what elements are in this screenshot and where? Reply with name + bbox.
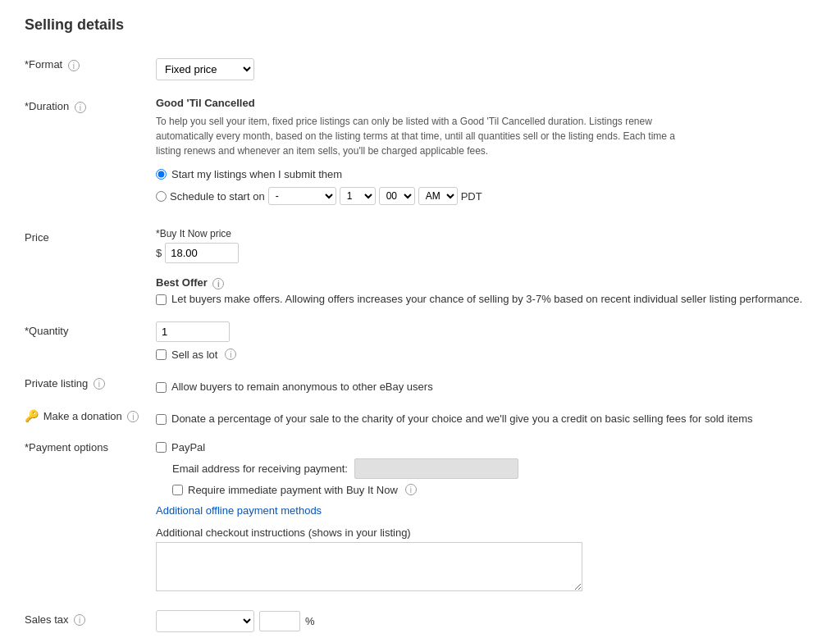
schedule-hour-select[interactable]: 123 456 789 101112 xyxy=(340,187,376,205)
page-title: Selling details xyxy=(25,16,815,34)
radio-schedule[interactable] xyxy=(156,191,167,202)
sales-tax-info-icon[interactable]: i xyxy=(74,614,85,626)
sales-tax-rate-input[interactable] xyxy=(259,611,300,631)
radio-schedule-label: Schedule to start on xyxy=(170,190,265,203)
format-info-icon[interactable]: i xyxy=(68,60,80,71)
checkout-instructions-textarea[interactable] xyxy=(156,542,582,591)
private-listing-info-icon[interactable]: i xyxy=(94,378,105,390)
quantity-label: *Quantity xyxy=(25,325,68,337)
donation-checkbox-label: Donate a percentage of your sale to the … xyxy=(171,412,752,425)
sell-as-lot-checkbox[interactable] xyxy=(156,349,167,360)
sales-tax-state-select[interactable] xyxy=(156,610,254,632)
private-listing-checkbox[interactable] xyxy=(156,382,167,393)
require-payment-info-icon[interactable]: i xyxy=(405,484,417,495)
donation-icon: 🔑 xyxy=(25,409,39,422)
private-listing-label: Private listing xyxy=(25,377,88,390)
private-listing-checkbox-label: Allow buyers to remain anonymous to othe… xyxy=(171,381,433,393)
donation-info-icon[interactable]: i xyxy=(127,411,139,422)
schedule-date-select[interactable]: - Today Tomorrow xyxy=(268,187,336,205)
sell-as-lot-label: Sell as lot xyxy=(171,349,217,361)
duration-description: To help you sell your item, fixed price … xyxy=(156,114,681,158)
schedule-min-select[interactable]: 00153045 xyxy=(379,187,415,205)
checkout-instructions-label: Additional checkout instructions (shows … xyxy=(156,526,815,539)
best-offer-info-icon[interactable]: i xyxy=(212,278,224,289)
format-dropdown[interactable]: Fixed price Auction xyxy=(156,58,254,80)
sell-as-lot-info-icon[interactable]: i xyxy=(225,349,236,360)
duration-info-icon[interactable]: i xyxy=(75,102,86,113)
donation-checkbox[interactable] xyxy=(156,414,167,425)
radio-start-on-submit[interactable] xyxy=(156,169,167,180)
paypal-checkbox[interactable] xyxy=(156,442,167,453)
percent-symbol: % xyxy=(305,615,315,627)
best-offer-label: Let buyers make offers. Allowing offers … xyxy=(171,293,802,305)
best-offer-checkbox[interactable] xyxy=(156,294,167,305)
best-offer-title: Best Offer xyxy=(156,276,208,289)
require-payment-checkbox[interactable] xyxy=(172,485,183,495)
duration-title: Good 'Til Cancelled xyxy=(156,97,815,109)
donation-label: Make a donation xyxy=(43,410,122,422)
payment-label: *Payment options xyxy=(25,441,108,453)
currency-symbol: $ xyxy=(156,247,162,259)
buy-now-label: *Buy It Now price xyxy=(156,228,815,239)
email-input[interactable] xyxy=(354,458,518,479)
format-label: *Format xyxy=(25,58,62,71)
duration-label: *Duration xyxy=(25,100,69,112)
paypal-label: PayPal xyxy=(171,441,205,453)
radio-submit-label: Start my listings when I submit them xyxy=(171,168,342,180)
timezone-label: PDT xyxy=(461,190,482,203)
require-payment-label: Require immediate payment with Buy It No… xyxy=(188,484,398,496)
quantity-input[interactable] xyxy=(156,321,230,342)
price-label: Price xyxy=(25,231,49,244)
offline-payment-link[interactable]: Additional offline payment methods xyxy=(156,504,815,517)
price-input[interactable] xyxy=(165,243,239,263)
email-address-label: Email address for receiving payment: xyxy=(172,463,348,475)
schedule-ampm-select[interactable]: AMPM xyxy=(418,187,458,205)
sales-tax-label: Sales tax xyxy=(25,613,68,626)
